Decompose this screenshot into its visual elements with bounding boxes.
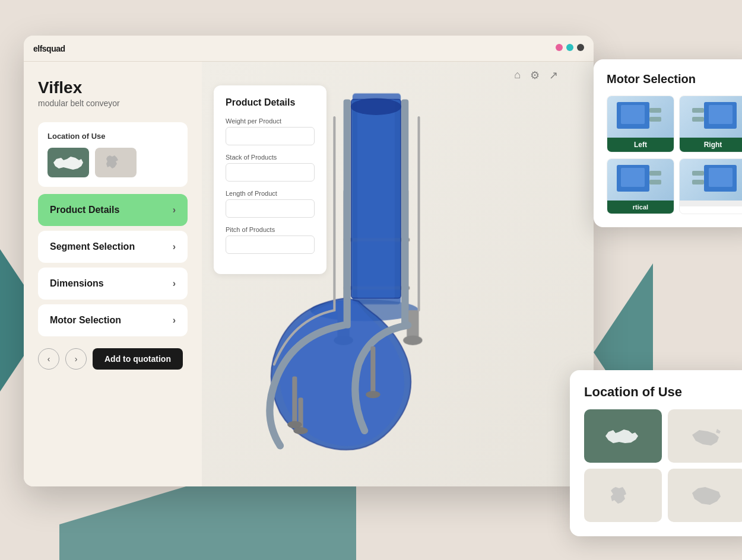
toolbar-icons: ⌂ ⚙ ↗ — [514, 69, 558, 82]
motor-3-visual — [614, 162, 667, 198]
svg-rect-18 — [370, 346, 375, 394]
svg-point-9 — [403, 336, 422, 345]
dot-teal — [566, 44, 573, 51]
location-of-use-card: Location of Use — [38, 122, 188, 187]
browser-window: elfsquad Viflex modular belt conveyor Lo… — [24, 36, 594, 486]
stack-field: Stack of Products pcs — [226, 154, 315, 182]
stack-label: Stack of Products — [226, 154, 315, 161]
pitch-input[interactable] — [226, 236, 315, 253]
length-input-wrapper: mm — [226, 199, 315, 218]
motor-card-3[interactable]: rtical — [607, 158, 674, 214]
svg-rect-12 — [344, 100, 351, 329]
motor-4-visual — [686, 162, 740, 198]
motor-label-3: rtical — [607, 201, 674, 214]
location-europe[interactable] — [584, 469, 662, 522]
motor-label-right: Right — [680, 138, 742, 152]
motor-right-visual — [686, 99, 740, 135]
map-europe[interactable] — [95, 148, 137, 177]
location-australia[interactable] — [668, 409, 742, 463]
location-usa[interactable] — [584, 409, 662, 463]
pitch-label: Pitch of Products — [226, 226, 315, 233]
window-controls — [556, 44, 584, 51]
browser-titlebar: elfsquad — [24, 36, 594, 62]
motor-left-visual — [614, 99, 667, 135]
motor-row-2: rtical — [607, 158, 742, 214]
nav-item-dimensions[interactable]: Dimensions › — [38, 268, 188, 300]
main-area: ⌂ ⚙ ↗ — [202, 62, 594, 486]
svg-rect-36 — [692, 180, 704, 184]
motor-img-right — [680, 96, 742, 138]
weight-label: Weight per Product — [226, 117, 315, 125]
dot-dark — [577, 44, 584, 51]
form-panel-title: Product Details — [226, 97, 315, 108]
nav-label-motor-selection: Motor Selection — [50, 315, 121, 326]
nav-item-product-details[interactable]: Product Details › — [38, 194, 188, 226]
weight-input[interactable] — [226, 128, 315, 145]
nav-label-segment-selection: Segment Selection — [50, 241, 135, 252]
chevron-right-icon-2: › — [173, 241, 176, 252]
share-icon[interactable]: ↗ — [549, 69, 558, 82]
europe-map-overlay-icon — [603, 482, 644, 509]
motor-options-grid: Left Right — [607, 96, 742, 152]
motor-selection-overlay: Motor Selection Left — [594, 59, 742, 227]
dot-pink — [556, 44, 563, 51]
weight-input-wrapper: kg — [226, 127, 315, 145]
svg-rect-31 — [649, 171, 661, 176]
chevron-right-icon-4: › — [173, 315, 176, 326]
svg-rect-14 — [292, 377, 297, 425]
svg-rect-32 — [649, 180, 661, 184]
svg-rect-30 — [621, 168, 645, 187]
stack-input[interactable] — [226, 164, 315, 181]
svg-rect-27 — [692, 108, 704, 113]
motor-img-4 — [680, 159, 742, 201]
app-logo: elfsquad — [33, 44, 65, 53]
chevron-right-icon: › — [173, 205, 176, 215]
svg-rect-22 — [621, 105, 645, 124]
usa-map-icon — [50, 151, 86, 174]
svg-rect-23 — [649, 108, 661, 113]
location-card-title: Location of Use — [47, 132, 178, 141]
location-maps — [47, 148, 178, 177]
location-grid — [584, 409, 742, 522]
svg-rect-35 — [692, 171, 704, 176]
motor-card-4[interactable] — [679, 158, 742, 214]
location-asia[interactable] — [668, 469, 742, 522]
svg-rect-28 — [692, 117, 704, 122]
svg-rect-34 — [709, 168, 733, 187]
svg-point-20 — [351, 98, 401, 115]
nav-item-segment-selection[interactable]: Segment Selection › — [38, 231, 188, 263]
length-label: Length of Product — [226, 190, 315, 197]
nav-item-motor-selection[interactable]: Motor Selection › — [38, 304, 188, 336]
map-usa[interactable] — [47, 148, 89, 177]
length-field: Length of Product mm — [226, 190, 315, 218]
motor-label-4 — [680, 201, 742, 206]
bottom-nav: ‹ › Add to quotation — [38, 348, 188, 370]
asia-map-icon — [686, 482, 728, 509]
settings-icon[interactable]: ⚙ — [530, 69, 540, 82]
nav-label-product-details: Product Details — [50, 205, 119, 215]
pitch-input-wrapper: mm — [226, 236, 315, 254]
svg-rect-11 — [357, 100, 395, 298]
length-input[interactable] — [226, 200, 315, 217]
motor-card-right[interactable]: Right — [679, 96, 742, 152]
add-to-quotation-button[interactable]: Add to quotation — [93, 348, 183, 370]
location-overlay-title: Location of Use — [584, 384, 742, 400]
stack-input-wrapper: pcs — [226, 163, 315, 182]
usa-map-overlay-icon — [603, 423, 644, 450]
motor-img-left — [607, 96, 674, 138]
svg-rect-24 — [649, 117, 661, 122]
chevron-right-icon-3: › — [173, 278, 176, 289]
next-button[interactable]: › — [65, 348, 87, 370]
prev-button[interactable]: ‹ — [38, 348, 59, 370]
svg-point-17 — [293, 427, 307, 434]
location-of-use-overlay: Location of Use — [570, 370, 742, 536]
left-panel: Viflex modular belt conveyor Location of… — [24, 62, 202, 486]
home-icon[interactable]: ⌂ — [514, 69, 521, 82]
motor-selection-title: Motor Selection — [607, 72, 742, 86]
motor-img-3 — [607, 159, 674, 201]
product-details-form-panel: Product Details Weight per Product kg St… — [214, 85, 326, 274]
nav-label-dimensions: Dimensions — [50, 278, 104, 289]
motor-card-left[interactable]: Left — [607, 96, 674, 152]
australia-map-icon — [686, 423, 728, 450]
svg-rect-26 — [709, 105, 733, 124]
